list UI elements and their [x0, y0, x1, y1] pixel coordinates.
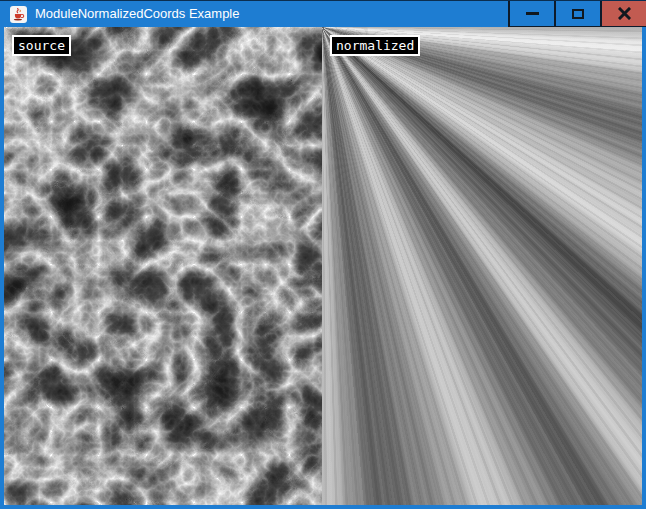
close-icon: [618, 7, 631, 20]
window-controls: [508, 1, 646, 27]
maximize-button[interactable]: [554, 1, 600, 27]
window-title: ModuleNormalizedCoords Example: [35, 1, 239, 27]
java-coffee-cup-icon: [10, 6, 27, 23]
source-noise-image: [4, 27, 322, 505]
normalized-streaks-image: [322, 27, 642, 505]
minimize-icon: [526, 12, 539, 15]
titlebar[interactable]: ModuleNormalizedCoords Example: [0, 0, 646, 27]
normalized-image-label: normalized: [330, 35, 420, 56]
source-image-label: source: [12, 35, 71, 56]
minimize-button[interactable]: [508, 1, 554, 27]
app-window: ModuleNormalizedCoords Example: [0, 0, 646, 509]
client-area: source normalized: [0, 27, 646, 509]
source-image-panel: source: [4, 27, 322, 505]
maximize-icon: [572, 9, 584, 19]
normalized-image-panel: normalized: [322, 27, 642, 505]
close-button[interactable]: [600, 1, 646, 27]
